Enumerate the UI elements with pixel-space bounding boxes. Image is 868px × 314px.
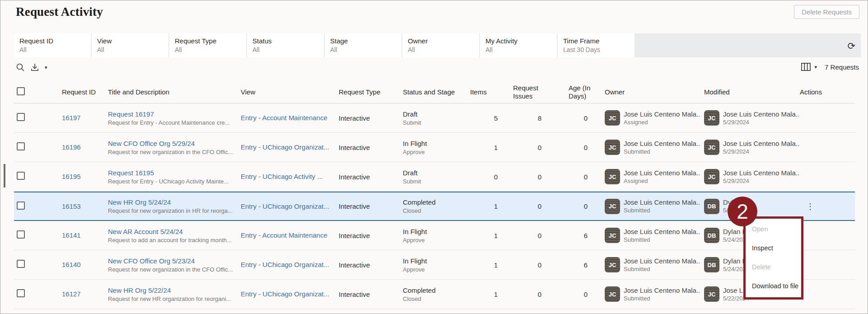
request-description: Request for new organization in the CFO … xyxy=(108,266,234,273)
request-title-link[interactable]: Request 16197 xyxy=(108,110,234,118)
delete-requests-button[interactable]: Delete Requests xyxy=(794,5,859,19)
columns-icon[interactable] xyxy=(801,63,811,71)
owner-avatar: JC xyxy=(605,199,620,214)
owner-cell: JC Jose Luis Centeno Mala.. Submitted xyxy=(593,228,701,244)
request-id-link[interactable]: 16195 xyxy=(62,173,81,180)
col-request-issues[interactable]: Request Issues xyxy=(503,84,547,100)
items-count: 0 xyxy=(470,173,503,181)
view-link[interactable]: Entry - UChicago Organizat... xyxy=(241,143,329,151)
row-checkbox[interactable] xyxy=(17,142,25,150)
modified-date: 5/29/2024 xyxy=(723,118,800,126)
columns-caret-icon[interactable]: ▾ xyxy=(815,64,817,70)
view-link[interactable]: Entry - UChicago Activity ... xyxy=(241,173,323,180)
request-title-link[interactable]: New HR Org 5/24/24 xyxy=(108,198,234,206)
col-request-id[interactable]: Request ID xyxy=(62,88,108,96)
request-title-link[interactable]: New HR Org 5/22/24 xyxy=(108,286,234,294)
filter-dropdown[interactable]: Request Type All xyxy=(169,33,247,57)
view-link[interactable]: Entry - Account Maintenance xyxy=(241,231,327,239)
row-checkbox[interactable] xyxy=(17,172,25,180)
filter-label: My Activity xyxy=(485,37,557,45)
filter-value: Last 30 Days xyxy=(563,46,635,54)
context-menu-item[interactable]: Inspect xyxy=(746,239,801,258)
owner-name: Jose Luis Centeno Mala.. xyxy=(624,286,700,295)
request-type: Interactive xyxy=(339,173,403,181)
stage: Approve xyxy=(403,237,470,244)
table-row[interactable]: 16197 Request 16197 Request for Entry - … xyxy=(14,103,855,133)
modified-name: Jose Luis Centeno Mala... xyxy=(723,169,800,177)
context-menu-item[interactable]: Delete xyxy=(746,258,801,277)
download-caret-icon[interactable]: ▾ xyxy=(45,65,47,70)
items-count: 1 xyxy=(470,291,503,298)
request-id-link[interactable]: 16196 xyxy=(62,143,81,151)
request-id-link[interactable]: 16140 xyxy=(62,261,81,268)
col-items[interactable]: Items xyxy=(470,88,503,96)
row-checkbox[interactable] xyxy=(17,260,25,268)
context-menu-item[interactable]: Download to file xyxy=(746,277,801,295)
table-row[interactable]: 16140 New CFO Office Org 5/23/24 Request… xyxy=(14,250,855,280)
request-description: Request for Entry - Account Maintenance … xyxy=(108,119,234,126)
view-link[interactable]: Entry - UChicago Organizat... xyxy=(241,290,329,298)
status: In Flight xyxy=(403,257,470,265)
col-request-type[interactable]: Request Type xyxy=(339,88,403,96)
modified-avatar: JC xyxy=(704,169,719,184)
owner-avatar: JC xyxy=(605,257,620,272)
request-type: Interactive xyxy=(339,114,403,122)
col-owner[interactable]: Owner xyxy=(593,88,701,96)
row-checkbox[interactable] xyxy=(17,113,25,121)
view-link[interactable]: Entry - Account Maintenance xyxy=(241,114,327,122)
table-row[interactable]: 16127 New HR Org 5/22/24 Request for new… xyxy=(14,280,855,309)
modified-cell: JC Jose Luis Centeno Mala... 5/29/2024 xyxy=(701,140,800,155)
request-id-link[interactable]: 16197 xyxy=(62,114,81,122)
view-link[interactable]: Entry - UChicago Organizat... xyxy=(241,261,329,268)
request-id-link[interactable]: 16127 xyxy=(62,290,81,298)
col-view[interactable]: View xyxy=(241,88,339,96)
search-icon[interactable] xyxy=(16,63,25,72)
filter-dropdown[interactable]: View All xyxy=(92,33,169,57)
request-title-link[interactable]: New CFO Office Org 5/29/24 xyxy=(108,140,234,147)
filter-value: All xyxy=(19,46,91,54)
col-modified[interactable]: Modified xyxy=(701,88,800,96)
download-icon[interactable] xyxy=(30,63,39,72)
filter-dropdown[interactable]: Stage All xyxy=(325,33,402,57)
row-checkbox[interactable] xyxy=(17,230,25,239)
table-header-row: Request ID Title and Description View Re… xyxy=(14,81,855,103)
request-title-link[interactable]: New AR Account 5/24/24 xyxy=(108,228,234,235)
items-count: 1 xyxy=(470,261,503,269)
row-checkbox[interactable] xyxy=(17,202,25,210)
request-title-link[interactable]: New CFO Office Org 5/23/24 xyxy=(108,257,234,265)
request-title-link[interactable]: Request 16195 xyxy=(108,169,234,177)
table-row[interactable]: 16195 Request 16195 Request for Entry - … xyxy=(14,162,855,192)
table-row[interactable]: 16196 New CFO Office Org 5/29/24 Request… xyxy=(14,133,855,162)
stage: Approve xyxy=(403,149,470,155)
context-menu-item[interactable]: Open xyxy=(746,220,801,239)
col-status-stage[interactable]: Status and Stage xyxy=(403,88,470,96)
row-checkbox[interactable] xyxy=(17,289,25,297)
refresh-icon[interactable]: ⟳ xyxy=(847,41,855,50)
owner-state: Submitted xyxy=(624,148,700,155)
owner-avatar: JC xyxy=(605,228,620,243)
request-type: Interactive xyxy=(339,144,403,151)
filter-label: Time Frame xyxy=(563,37,635,45)
status: In Flight xyxy=(403,228,470,235)
modified-avatar: JC xyxy=(704,140,719,155)
stage: Submit xyxy=(403,178,470,185)
view-link[interactable]: Entry - UChicago Organizat... xyxy=(241,202,329,210)
age-days: 0 xyxy=(547,202,593,210)
request-id-link[interactable]: 16141 xyxy=(62,231,81,239)
filter-dropdown[interactable]: Owner All xyxy=(402,33,480,57)
filter-dropdown[interactable]: Time Frame Last 30 Days xyxy=(558,33,635,57)
filter-label: Owner xyxy=(408,37,479,45)
select-all-checkbox[interactable] xyxy=(17,87,25,95)
request-id-link[interactable]: 16153 xyxy=(62,202,81,210)
filter-dropdown[interactable]: My Activity All xyxy=(480,33,558,57)
items-count: 1 xyxy=(470,232,503,239)
filter-value: All xyxy=(97,46,168,54)
modified-avatar: DB xyxy=(704,199,719,214)
row-actions-button[interactable]: ⋮ xyxy=(806,202,814,211)
table-row[interactable]: 16141 New AR Account 5/24/24 Request to … xyxy=(14,221,855,250)
col-age[interactable]: Age (In Days) xyxy=(547,84,593,100)
col-title-description[interactable]: Title and Description xyxy=(108,88,241,96)
filter-dropdown[interactable]: Request ID All xyxy=(14,33,92,57)
owner-cell: JC Jose Luis Centeno Mala.. Submitted xyxy=(593,286,701,302)
filter-dropdown[interactable]: Status All xyxy=(247,33,325,57)
